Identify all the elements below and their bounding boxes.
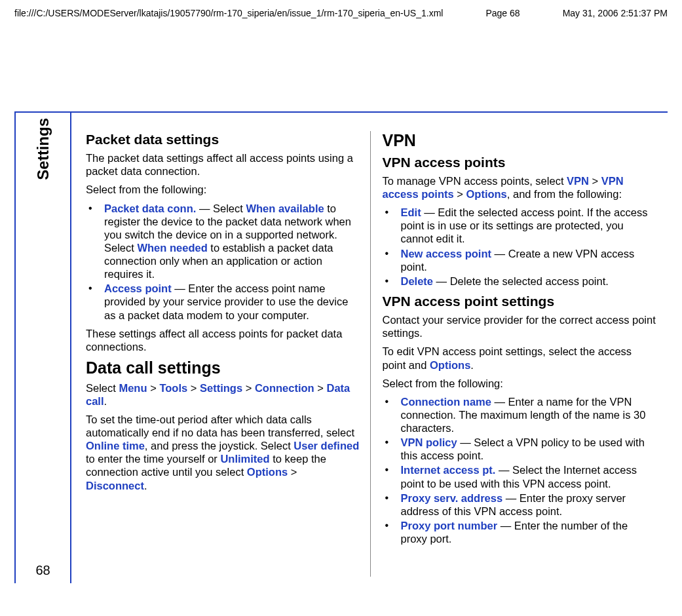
text: , and from the following:	[507, 188, 622, 200]
ui-term: Options	[466, 188, 506, 200]
text: To manage VPN access points, select	[383, 175, 567, 187]
bullet-list: Packet data conn. — Select When availabl…	[86, 202, 360, 322]
ui-term: Proxy port number	[401, 520, 498, 531]
side-tab: Settings 68	[14, 111, 70, 583]
text: To set the time-out period after which d…	[86, 414, 354, 438]
paragraph: To edit VPN access point settings, selec…	[383, 345, 656, 371]
list-item: New access point — Create a new VPN acce…	[383, 247, 656, 273]
ui-term: Edit	[401, 206, 421, 218]
ui-term: User defined	[294, 440, 359, 452]
page-indicator: Page 68	[485, 8, 520, 18]
text: — Delete the selected access point.	[433, 275, 609, 287]
ui-term: Proxy serv. address	[401, 492, 503, 504]
ui-term: New access point	[401, 248, 491, 260]
list-item: Proxy serv. address — Enter the proxy se…	[383, 491, 656, 518]
text: >	[288, 466, 297, 478]
column-left: Packet data settings The packet data set…	[86, 131, 371, 577]
ui-term: Options	[430, 359, 470, 371]
list-item: Internet access pt. — Select the Interne…	[383, 463, 656, 490]
list-item: Delete — Delete the selected access poin…	[383, 275, 656, 288]
ui-term: Connection	[255, 382, 314, 394]
paragraph: These settings affect all access points …	[86, 327, 360, 353]
column-right: VPN VPN access points To manage VPN acce…	[371, 131, 659, 577]
ui-term: Settings	[200, 382, 242, 394]
heading-data-call-settings: Data call settings	[86, 358, 360, 377]
ui-term: Disconnect	[86, 480, 144, 491]
page-body: Settings 68 Packet data settings The pac…	[14, 111, 668, 583]
heading-vpn-access-points: VPN access points	[383, 154, 656, 170]
ui-term: When available	[246, 202, 324, 214]
paragraph: Select from the following:	[86, 183, 360, 196]
paragraph: Contact your service provider for the co…	[383, 313, 656, 339]
text: .	[104, 395, 107, 407]
list-item: Access point — Enter the access point na…	[86, 282, 360, 321]
list-item: VPN policy — Select a VPN policy to be u…	[383, 436, 656, 462]
file-path: file:///C:/USERS/MODEServer/lkatajis/190…	[14, 8, 443, 18]
paragraph: Select Menu > Tools > Settings > Connect…	[86, 381, 360, 408]
ui-term: VPN policy	[401, 436, 457, 448]
ui-term: Tools	[159, 382, 187, 394]
content-area: Packet data settings The packet data set…	[70, 111, 668, 583]
ui-term: Menu	[119, 382, 147, 394]
ui-term: Options	[247, 466, 288, 478]
paragraph: The packet data settings affect all acce…	[86, 151, 360, 178]
text: To edit VPN access point settings, selec…	[383, 345, 632, 370]
paragraph: To set the time-out period after which d…	[86, 413, 360, 492]
list-item: Connection name — Enter a name for the V…	[383, 395, 656, 434]
ui-term: When needed	[137, 242, 207, 254]
ui-term: Internet access pt.	[401, 464, 496, 476]
page-number: 68	[35, 563, 50, 578]
list-item: Edit — Edit the selected access point. I…	[383, 206, 656, 245]
ui-term: Connection name	[401, 396, 491, 408]
text: Select	[86, 382, 119, 394]
text: — Select	[196, 202, 246, 214]
heading-packet-data-settings: Packet data settings	[86, 131, 360, 147]
list-item: Proxy port number — Enter the number of …	[383, 519, 656, 545]
tab-label: Settings	[34, 118, 52, 180]
text: — Edit the selected access point. If the…	[401, 206, 648, 244]
timestamp: May 31, 2006 2:51:37 PM	[563, 8, 668, 18]
text: to enter the time yourself or	[86, 453, 220, 465]
paragraph: To manage VPN access points, select VPN …	[383, 174, 656, 201]
text: .	[470, 359, 474, 371]
text: .	[144, 480, 147, 491]
bullet-list: Connection name — Enter a name for the V…	[383, 395, 656, 545]
ui-term: Online time	[86, 440, 145, 452]
ui-term: Unlimited	[220, 453, 269, 465]
text: , and press the joystick. Select	[145, 440, 294, 452]
heading-vpn: VPN	[383, 131, 656, 150]
document-header: file:///C:/USERS/MODEServer/lkatajis/190…	[0, 0, 682, 18]
list-item: Packet data conn. — Select When availabl…	[86, 202, 360, 281]
ui-term: Packet data conn.	[104, 202, 196, 214]
paragraph: Select from the following:	[383, 377, 656, 390]
heading-vpn-access-point-settings: VPN access point settings	[383, 293, 656, 309]
ui-term: Delete	[401, 275, 434, 287]
bullet-list: Edit — Edit the selected access point. I…	[383, 206, 656, 288]
ui-term: Access point	[104, 282, 172, 294]
ui-term: VPN	[567, 175, 589, 187]
